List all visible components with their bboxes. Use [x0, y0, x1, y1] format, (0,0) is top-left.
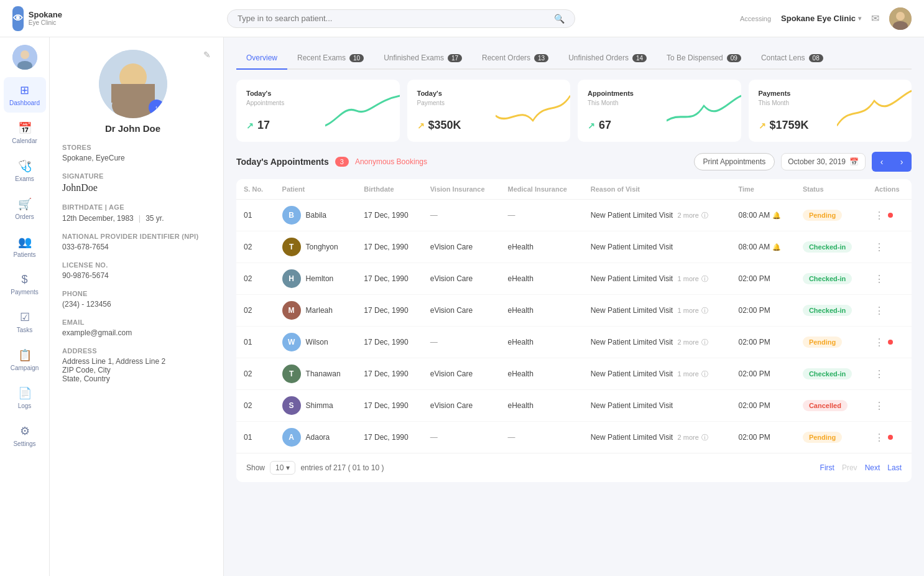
prev-date-button[interactable]: ‹ [872, 152, 892, 172]
time-cell: 02:00 PM [731, 327, 795, 358]
actions-cell: ⋮ [867, 390, 912, 422]
appointments-title-row: Today's Appointments 3 Anonymous Booking… [236, 157, 427, 167]
col-vision_insurance: Vision Insurance [423, 179, 501, 200]
address-line2: ZIP Code, City [62, 366, 211, 374]
info-icon[interactable]: ⓘ [701, 434, 708, 441]
entries-select[interactable]: 10 ▾ [270, 461, 295, 475]
time-cell: 02:00 PM [731, 263, 795, 295]
action-menu-button[interactable]: ⋮ [874, 273, 884, 285]
col-patient: Patient [275, 179, 357, 200]
col-reason_of_visit: Reason of Visit [583, 179, 731, 200]
tab-recent-exams[interactable]: Recent Exams10 [287, 47, 374, 68]
info-icon[interactable]: ⓘ [701, 307, 708, 314]
photo-upload-button[interactable]: ↑ [149, 100, 165, 116]
tab-unfinished-exams[interactable]: Unfinished Exams17 [374, 47, 472, 68]
clinic-selector[interactable]: Spokane Eye Clinic ▾ [781, 14, 861, 23]
search-input[interactable] [238, 14, 554, 23]
tab-label: Unfinished Exams [384, 53, 444, 62]
svg-rect-9 [111, 84, 155, 103]
alert-dot [888, 435, 893, 440]
doctor-name: Dr John Doe [105, 123, 160, 134]
tab-unfinished-orders[interactable]: Unfinished Orders14 [558, 47, 657, 68]
first-page-link[interactable]: First [820, 463, 834, 472]
logo-text: Spokane Eye Clinic [29, 10, 62, 27]
action-menu-button[interactable]: ⋮ [874, 241, 884, 253]
alert-dot [888, 213, 893, 218]
patient-avatar: S [282, 396, 301, 415]
sidebar-item-dashboard[interactable]: ⊞ Dashboard [4, 77, 46, 113]
sidebar-item-payments[interactable]: $ Payments [4, 267, 46, 302]
signature-field: Signature JohnDoe [62, 172, 211, 193]
info-icon[interactable]: ⓘ [701, 275, 708, 282]
vision-cell: — [423, 327, 501, 358]
tab-recent-orders[interactable]: Recent Orders13 [472, 47, 558, 68]
last-page-link[interactable]: Last [887, 463, 902, 472]
birthdate-cell: 17 Dec, 1990 [356, 231, 422, 263]
sno-cell: 01 [236, 327, 275, 358]
medical-cell: eHealth [501, 358, 583, 390]
actions-cell: ⋮ [867, 358, 912, 390]
calendar-icon: 📅 [849, 157, 859, 166]
sidebar-item-orders[interactable]: 🛒 Orders [4, 191, 46, 226]
search-area: 🔍 [81, 9, 721, 28]
license-label: License No. [62, 261, 211, 269]
status-badge: Cancelled [803, 400, 848, 411]
stat-card-2: Appointments This Month ↗ 67 [578, 80, 741, 142]
sidebar-item-tasks[interactable]: ☑ Tasks [4, 304, 46, 340]
actions-cell: ⋮ [867, 200, 912, 231]
table-head: S. No.PatientBirthdateVision InsuranceMe… [236, 179, 912, 200]
sno-cell: 02 [236, 263, 275, 295]
status-badge: Checked-in [803, 241, 852, 253]
profile-photo: ↑ [99, 50, 167, 118]
sidebar-item-campaign[interactable]: 📋 Campaign [4, 342, 46, 378]
action-menu-button[interactable]: ⋮ [874, 305, 884, 317]
medical-cell: — [501, 200, 583, 231]
header-right: Accessing Spokane Eye Clinic ▾ ✉ [740, 7, 912, 30]
tab-contact-lens[interactable]: Contact Lens08 [751, 47, 833, 68]
next-page-link[interactable]: Next [865, 463, 880, 472]
tab-label: Recent Exams [297, 53, 346, 62]
sidebar-item-calendar[interactable]: 📅 Calendar [4, 115, 46, 151]
action-menu-button[interactable]: ⋮ [874, 432, 884, 444]
birthdate-cell: 17 Dec, 1990 [356, 200, 422, 231]
sidebar-item-logs[interactable]: 📄 Logs [4, 380, 46, 416]
sidebar-label-orders: Orders [15, 213, 34, 220]
info-icon[interactable]: ⓘ [701, 338, 708, 346]
action-menu-button[interactable]: ⋮ [874, 368, 884, 380]
tab-to-be-dispensed[interactable]: To Be Dispensed09 [657, 47, 751, 68]
svg-point-4 [21, 50, 29, 59]
col-medical_insurance: Medical Insurance [501, 179, 583, 200]
sidebar-item-patients[interactable]: 👥 Patients [4, 229, 46, 264]
search-icon[interactable]: 🔍 [554, 14, 565, 24]
user-avatar[interactable] [889, 7, 912, 30]
info-icon[interactable]: ⓘ [701, 211, 708, 219]
tab-overview[interactable]: Overview [236, 47, 287, 68]
sidebar-item-exams[interactable]: 🩺 Exams [4, 153, 46, 188]
appointments-title: Today's Appointments [236, 157, 329, 167]
date-picker-button[interactable]: October 30, 2019 📅 [781, 153, 866, 170]
next-date-button[interactable]: › [892, 152, 912, 172]
vision-cell: eVision Care [423, 231, 501, 263]
status-cell: Checked-in [795, 358, 867, 390]
status-badge: Checked-in [803, 305, 852, 316]
sidebar-item-settings[interactable]: ⚙ Settings [4, 418, 46, 453]
nav-arrows: ‹ › [872, 152, 912, 172]
reason-more: 2 more [678, 338, 699, 346]
tasks-icon: ☑ [20, 310, 30, 324]
anon-badge: 3 [335, 157, 349, 167]
logs-icon: 📄 [18, 386, 32, 400]
action-menu-button[interactable]: ⋮ [874, 210, 884, 221]
tab-label: Unfinished Orders [568, 53, 629, 62]
profile-edit-button[interactable]: ✎ [203, 50, 211, 60]
info-icon[interactable]: ⓘ [701, 370, 708, 378]
dashboard-icon: ⊞ [20, 83, 29, 97]
mail-icon[interactable]: ✉ [871, 12, 879, 24]
date-value: October 30, 2019 [788, 157, 846, 166]
prev-page-link[interactable]: Prev [842, 463, 857, 472]
action-menu-button[interactable]: ⋮ [874, 337, 884, 348]
show-label: Show [246, 463, 265, 472]
print-appointments-button[interactable]: Print Appointments [694, 153, 775, 170]
table-row: 01 B Babila 17 Dec, 1990——New Patient Li… [236, 200, 912, 231]
status-cell: Checked-in [795, 263, 867, 295]
action-menu-button[interactable]: ⋮ [874, 400, 884, 412]
